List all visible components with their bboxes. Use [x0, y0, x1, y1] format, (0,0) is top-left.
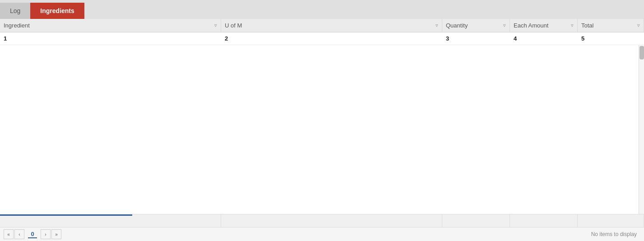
footer-columns: [0, 214, 644, 227]
grid-row-numbers: 1 2 3 4 5: [0, 32, 644, 45]
pagination-buttons: « ‹ 0 › »: [4, 229, 61, 239]
col-num-3: 3: [442, 32, 510, 45]
current-page: 0: [28, 231, 37, 238]
footer-col-each-amount: [510, 214, 578, 227]
header-total: Total ▿: [578, 19, 644, 32]
header-uom: U of M ▿: [221, 19, 442, 32]
header-quantity: Quantity ▿: [442, 19, 510, 32]
col-num-5: 5: [578, 32, 644, 45]
grid-container: Ingredient ▿ U of M ▿ Quantity ▿ Each Am…: [0, 19, 644, 214]
app-container: Log Ingredients Ingredient ▿ U of M ▿ Qu…: [0, 0, 644, 241]
grid-body-area: [0, 45, 644, 214]
quantity-filter-icon[interactable]: ▿: [503, 23, 506, 28]
tab-ingredients[interactable]: Ingredients: [30, 3, 84, 19]
scrollbar-vertical[interactable]: [639, 45, 644, 214]
col-num-1: 1: [0, 32, 221, 45]
uom-header-label: U of M: [225, 22, 242, 29]
grid-body: [0, 45, 639, 214]
footer: « ‹ 0 › » No items to display: [0, 214, 644, 241]
scrollbar-thumb[interactable]: [639, 46, 644, 59]
header-ingredient: Ingredient ▿: [0, 19, 221, 32]
footer-pagination: « ‹ 0 › » No items to display: [0, 227, 644, 241]
footer-col-uom: [221, 214, 442, 227]
uom-filter-icon[interactable]: ▿: [436, 23, 438, 28]
col-num-4: 4: [510, 32, 578, 45]
tab-log[interactable]: Log: [0, 3, 30, 19]
each-amount-filter-icon[interactable]: ▿: [571, 23, 574, 28]
each-amount-header-label: Each Amount: [514, 22, 548, 29]
grid-header: Ingredient ▿ U of M ▿ Quantity ▿ Each Am…: [0, 19, 644, 32]
footer-status-text: No items to display: [591, 231, 637, 237]
footer-col-ingredient: [0, 214, 221, 227]
quantity-header-label: Quantity: [446, 22, 468, 29]
ingredient-filter-icon[interactable]: ▿: [214, 23, 217, 28]
footer-col-total: [578, 214, 644, 227]
footer-col-quantity: [442, 214, 510, 227]
last-page-button[interactable]: »: [51, 229, 61, 239]
total-filter-icon[interactable]: ▿: [637, 23, 640, 28]
ingredient-header-label: Ingredient: [4, 22, 30, 29]
first-page-button[interactable]: «: [4, 229, 14, 239]
col-num-2: 2: [221, 32, 442, 45]
tab-bar: Log Ingredients: [0, 0, 644, 19]
total-header-label: Total: [581, 22, 593, 29]
prev-page-button[interactable]: ‹: [14, 229, 24, 239]
next-page-button[interactable]: ›: [41, 229, 51, 239]
header-each-amount: Each Amount ▿: [510, 19, 578, 32]
